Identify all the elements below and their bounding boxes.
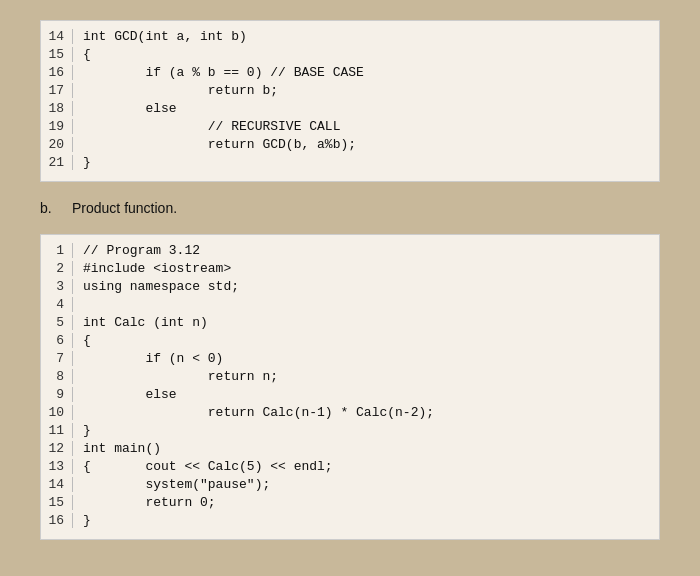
line-number: 2: [41, 261, 73, 276]
table-row: 1// Program 3.12: [41, 243, 659, 261]
table-row: 8 return n;: [41, 369, 659, 387]
line-number: 16: [41, 65, 73, 80]
line-number: 12: [41, 441, 73, 456]
line-code: int Calc (int n): [73, 315, 208, 330]
table-row: 6{: [41, 333, 659, 351]
line-code: return n;: [73, 369, 278, 384]
table-row: 21}: [41, 155, 659, 173]
line-code: else: [73, 387, 177, 402]
line-number: 16: [41, 513, 73, 528]
table-row: 15{: [41, 47, 659, 65]
line-code: }: [73, 513, 91, 528]
table-row: 13{ cout << Calc(5) << endl;: [41, 459, 659, 477]
line-number: 1: [41, 243, 73, 258]
line-code: else: [73, 101, 177, 116]
line-code: return GCD(b, a%b);: [73, 137, 356, 152]
line-code: // Program 3.12: [73, 243, 200, 258]
table-row: 19 // RECURSIVE CALL: [41, 119, 659, 137]
line-number: 18: [41, 101, 73, 116]
table-row: 17 return b;: [41, 83, 659, 101]
line-number: 4: [41, 297, 73, 312]
line-code: if (a % b == 0) // BASE CASE: [73, 65, 364, 80]
line-code: return 0;: [73, 495, 216, 510]
line-code: return b;: [73, 83, 278, 98]
table-row: 11}: [41, 423, 659, 441]
line-number: 10: [41, 405, 73, 420]
table-row: 18 else: [41, 101, 659, 119]
table-row: 3using namespace std;: [41, 279, 659, 297]
line-number: 7: [41, 351, 73, 366]
code-block-b: 1// Program 3.122#include <iostream>3usi…: [40, 234, 660, 540]
table-row: 5int Calc (int n): [41, 315, 659, 333]
line-code: system("pause");: [73, 477, 270, 492]
line-number: 17: [41, 83, 73, 98]
line-code: if (n < 0): [73, 351, 223, 366]
code-block-a: 14int GCD(int a, int b)15{16 if (a % b =…: [40, 20, 660, 182]
line-code: }: [73, 155, 91, 170]
table-row: 7 if (n < 0): [41, 351, 659, 369]
table-row: 9 else: [41, 387, 659, 405]
section-letter-b: b.: [40, 200, 56, 216]
section-b-title: Product function.: [72, 200, 177, 216]
line-number: 13: [41, 459, 73, 474]
line-code: using namespace std;: [73, 279, 239, 294]
line-number: 21: [41, 155, 73, 170]
line-number: 3: [41, 279, 73, 294]
line-number: 9: [41, 387, 73, 402]
table-row: 10 return Calc(n-1) * Calc(n-2);: [41, 405, 659, 423]
line-number: 15: [41, 47, 73, 62]
line-number: 20: [41, 137, 73, 152]
section-b-label: b. Product function.: [40, 200, 660, 216]
table-row: 2#include <iostream>: [41, 261, 659, 279]
line-number: 14: [41, 29, 73, 44]
line-number: 6: [41, 333, 73, 348]
table-row: 20 return GCD(b, a%b);: [41, 137, 659, 155]
table-row: 14 system("pause");: [41, 477, 659, 495]
line-number: 5: [41, 315, 73, 330]
table-row: 16}: [41, 513, 659, 531]
line-number: 19: [41, 119, 73, 134]
line-number: 15: [41, 495, 73, 510]
line-code: {: [73, 333, 91, 348]
line-code: #include <iostream>: [73, 261, 231, 276]
line-code: {: [73, 47, 91, 62]
line-code: int GCD(int a, int b): [73, 29, 247, 44]
table-row: 4: [41, 297, 659, 315]
table-row: 15 return 0;: [41, 495, 659, 513]
line-number: 14: [41, 477, 73, 492]
table-row: 14int GCD(int a, int b): [41, 29, 659, 47]
line-code: { cout << Calc(5) << endl;: [73, 459, 333, 474]
line-code: return Calc(n-1) * Calc(n-2);: [73, 405, 434, 420]
table-row: 12int main(): [41, 441, 659, 459]
line-code: }: [73, 423, 91, 438]
line-number: 11: [41, 423, 73, 438]
line-code: // RECURSIVE CALL: [73, 119, 340, 134]
line-code: int main(): [73, 441, 161, 456]
line-number: 8: [41, 369, 73, 384]
table-row: 16 if (a % b == 0) // BASE CASE: [41, 65, 659, 83]
